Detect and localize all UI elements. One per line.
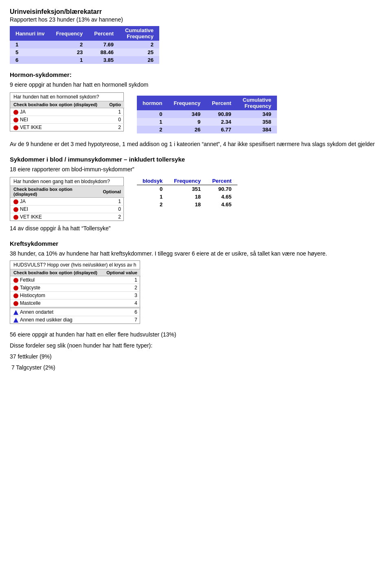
kreft-form: HUDSVULST? Hopp over (hvis nei/usikker) …: [10, 260, 140, 324]
table-row: 1 9 2.34 358: [137, 118, 277, 126]
blod-layout: Har hunden noen gang hatt en blodsykdom?…: [10, 177, 381, 221]
summary-line-4: 7 Talgcyster (2%): [10, 363, 381, 372]
hormon-title: Hormon-sykdommer:: [10, 71, 381, 78]
hormon-freq-col-percent: Percent: [206, 96, 237, 110]
list-item: NEI 0: [10, 116, 124, 124]
red-circle-icon: [13, 207, 18, 212]
blod-section: Sykdommer i blod / immunsykdommer – inkl…: [10, 156, 381, 233]
table-row: 6 1 3.85 26: [10, 56, 159, 64]
blod-title: Sykdommer i blod / immunsykdommer – inkl…: [10, 156, 381, 163]
hormon-form-title: Har hunden hatt en hormonell sykdom?: [10, 93, 123, 101]
hormon-freq-table-wrap: hormon Frequency Percent CumulativeFrequ…: [137, 92, 277, 137]
red-circle-icon: [13, 199, 18, 204]
kreft-subtitle: 38 hunder, ca 10% av hundene har hatt kr…: [10, 249, 381, 258]
red-circle-icon: [13, 293, 18, 298]
table-row: 0 349 90.89 349: [137, 110, 277, 118]
list-item: Annen ondartet 6: [10, 308, 141, 316]
red-circle-icon: [13, 278, 18, 283]
list-item: JA 1: [10, 108, 124, 116]
blod-form-col-label: Check box/radio box option (displayed): [10, 186, 99, 198]
hormon-form-table: Check box/radio box option (displayed) O…: [10, 101, 124, 131]
kreft-section: Kreftsykdommer 38 hunder, ca 10% av hund…: [10, 240, 381, 324]
blue-triangle-icon: [13, 310, 18, 315]
list-item: JA 1: [10, 198, 124, 205]
urinvei-table: Hannuri inv Frequency Percent Cumulative…: [10, 26, 159, 64]
list-item: Talgcyste 2: [10, 284, 141, 292]
urinvei-col-percent: Percent: [88, 26, 119, 41]
hormon-subtitle: 9 eiere oppgir at hunden har hatt en hor…: [10, 81, 381, 89]
hormon-form-col-label: Check box/radio box option (displayed): [10, 101, 105, 108]
list-item: Annen med usikker diag 7: [10, 316, 141, 324]
hormon-form-col-value: Optio: [105, 101, 124, 108]
kreft-col-label: Check box/radio box option (displayed): [10, 269, 102, 276]
blod-form-table: Check box/radio box option (displayed) O…: [10, 186, 124, 221]
hormon-note: Av de 9 hundene er det 3 med hypotyreose…: [10, 140, 381, 149]
hormon-freq-col-frequency: Frequency: [168, 96, 206, 110]
hormon-freq-col-hormon: hormon: [137, 96, 168, 110]
kreft-form-wrap: HUDSVULST? Hopp over (hvis nei/usikker) …: [10, 260, 381, 324]
blod-subtitle: 18 eiere rapporterer om blod-immun-sykdo…: [10, 165, 381, 174]
kreft-form-title: HUDSVULST? Hopp over (hvis nei/usikker) …: [10, 261, 140, 269]
list-item: VET IKKE 2: [10, 213, 124, 221]
blod-freq-table-wrap: blodsyk Frequency Percent 0 351 90.70 1 …: [137, 177, 237, 208]
hormon-form-wrap: Har hunden hatt en hormonell sykdom? Che…: [10, 92, 124, 131]
hormon-freq-col-cumulative: CumulativeFrequency: [237, 96, 277, 110]
urinvei-subtitle: Rapportert hos 23 hunder (13% av hannene…: [10, 16, 381, 23]
red-circle-icon: [13, 286, 18, 291]
table-row: 1 2 7.69 2: [10, 41, 159, 48]
hormon-layout: Har hunden hatt en hormonell sykdom? Che…: [10, 92, 381, 137]
blod-form-col-optional: Optional: [99, 186, 124, 198]
blod-freq-table: blodsyk Frequency Percent 0 351 90.70 1 …: [137, 177, 237, 208]
red-circle-icon: [13, 301, 18, 306]
list-item: Histiocytom 3: [10, 292, 141, 299]
list-item: Fettkul 1: [10, 276, 141, 284]
hormon-section: Hormon-sykdommer: 9 eiere oppgir at hund…: [10, 71, 381, 149]
table-row: 0 351 90.70: [137, 185, 237, 193]
blod-form-wrap: Har hunden noen gang hatt en blodsykdom?…: [10, 177, 124, 221]
urinvei-col-hannuri: Hannuri inv: [10, 26, 51, 41]
summary-section: 56 eiere oppgir at hunden har hatt en el…: [10, 330, 381, 372]
summary-line-2: Disse fordeler seg slik (noen hunder har…: [10, 341, 381, 350]
blod-form: Har hunden noen gang hatt en blodsykdom?…: [10, 177, 124, 221]
blod-form-title: Har hunden noen gang hatt en blodsykdom?: [10, 177, 123, 186]
urinvei-title: Urinveisinfeksjon/blærekatarr: [10, 8, 381, 15]
list-item: VET IKKE 2: [10, 124, 124, 131]
blod-col-frequency: Frequency: [168, 177, 206, 185]
summary-line-3: 37 fettkuler (9%): [10, 352, 381, 361]
kreft-form-table: Check box/radio box option (displayed) O…: [10, 269, 141, 324]
red-circle-icon: [13, 215, 18, 220]
red-circle-icon: [13, 110, 18, 115]
summary-line-1: 56 eiere oppgir at hunden har hatt en el…: [10, 330, 381, 339]
list-item: NEI 0: [10, 205, 124, 213]
table-row: 2 26 6.77 384: [137, 126, 277, 133]
blue-triangle-icon: [13, 318, 18, 323]
kreft-col-value: Optional value: [102, 269, 141, 276]
hormon-freq-table: hormon Frequency Percent CumulativeFrequ…: [137, 96, 277, 133]
blod-note: 14 av disse oppgir å ha hatt “Tollersyke…: [10, 224, 381, 233]
table-row: 5 23 88.46 25: [10, 48, 159, 56]
urinvei-col-cumulative: CumulativeFrequency: [119, 26, 159, 41]
urinvei-section: Urinveisinfeksjon/blærekatarr Rapportert…: [10, 8, 381, 64]
list-item: Mastcelle 4: [10, 299, 141, 308]
table-row: 2 18 4.65: [137, 201, 237, 208]
red-circle-icon: [13, 125, 18, 130]
kreft-title: Kreftsykdommer: [10, 240, 381, 247]
urinvei-col-frequency: Frequency: [51, 26, 89, 41]
blod-col-percent: Percent: [206, 177, 237, 185]
blod-col-blodsyk: blodsyk: [137, 177, 168, 185]
hormon-form: Har hunden hatt en hormonell sykdom? Che…: [10, 92, 124, 131]
red-circle-icon: [13, 118, 18, 122]
table-row: 1 18 4.65: [137, 193, 237, 201]
